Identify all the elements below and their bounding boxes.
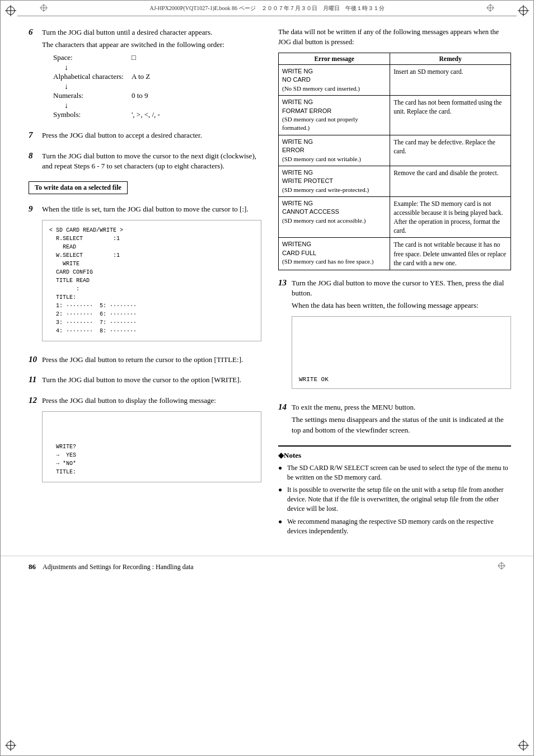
- step-14-para2: The settings menu disappears and the sta…: [292, 415, 511, 435]
- char-value-space: □: [132, 53, 136, 62]
- error-cell: WRITE NGCANNOT ACCCESS(SD memory card no…: [279, 197, 390, 238]
- char-row-space: Space: □: [53, 53, 261, 62]
- reg-mark-tr: [518, 5, 529, 16]
- arrow-num: ↓: [64, 101, 261, 110]
- error-cell: WRITE NGNO CARD(No SD memory card insert…: [279, 65, 390, 96]
- note-text-2: It is possible to overwrite the setup fi…: [287, 485, 511, 513]
- step-13: 13 Turn the JOG dial button to move the …: [278, 278, 511, 395]
- page: AJ-HPX2000P(VQT1027-1)E.book 86 ページ ２００７…: [0, 0, 534, 756]
- char-list: Space: □ ↓ Alphabetical characters: A to…: [53, 53, 261, 119]
- note-bullet-3: ●: [278, 517, 285, 536]
- reg-mark-bl: [5, 740, 16, 751]
- header-text: AJ-HPX2000P(VQT1027-1)E.book 86 ページ ２００７…: [149, 4, 384, 12]
- table-row: WRITE NGCANNOT ACCCESS(SD memory card no…: [279, 197, 511, 238]
- step-12-content: Press the JOG dial button to display the…: [42, 396, 261, 488]
- arrow-space: ↓: [64, 63, 261, 72]
- reg-cross-footer: [498, 562, 505, 572]
- step-10: 10 Press the JOG dial button to return t…: [29, 355, 261, 367]
- error-cell: WRITE NGWRITE PROTECT(SD memory card wri…: [279, 166, 390, 196]
- note-item-1: ● The SD CARD R/W SELECT screen can be u…: [278, 463, 511, 482]
- char-label-num: Numerals:: [53, 91, 126, 100]
- reg-mark-tl: [5, 5, 16, 16]
- left-column: 6 Turn the JOG dial button until a desir…: [29, 27, 261, 539]
- error-cell: WRITE NGFORMAT ERROR(SD memory card not …: [279, 96, 390, 135]
- table-row: WRITE NGNO CARD(No SD memory card insert…: [279, 65, 511, 96]
- char-value-alpha: A to Z: [132, 72, 150, 81]
- note-bullet-1: ●: [278, 463, 285, 482]
- step-6-number: 6: [29, 27, 39, 123]
- main-content: 6 Turn the JOG dial button until a desir…: [1, 16, 533, 550]
- step-10-text: Press the JOG dial button to return the …: [42, 355, 261, 365]
- char-row-sym: Symbols: ', >, <, /, -: [53, 110, 261, 119]
- step-14-number: 14: [278, 402, 288, 438]
- footer: 86 Adjustments and Settings for Recordin…: [1, 556, 533, 577]
- table-row: WRITENGCARD FULL(SD memory card has no f…: [279, 238, 511, 270]
- note-text-1: The SD CARD R/W SELECT screen can be use…: [287, 463, 511, 482]
- box-label: To write data on a selected file: [29, 181, 128, 194]
- step-11: 11 Turn the JOG dial button to move the …: [29, 375, 261, 387]
- step-7-text: Press the JOG dial button to accept a de…: [42, 130, 261, 140]
- step-12: 12 Press the JOG dial button to display …: [29, 396, 261, 488]
- error-cell: WRITENGCARD FULL(SD memory card has no f…: [279, 238, 390, 270]
- step-8-content: Turn the JOG dial button to move the cur…: [42, 151, 261, 173]
- char-row-alpha: Alphabetical characters: A to Z: [53, 72, 261, 81]
- right-column: The data will not be written if any of t…: [278, 27, 511, 539]
- intro-text: The data will not be written if any of t…: [278, 27, 511, 47]
- step-10-number: 10: [29, 355, 39, 367]
- notes-section: ◆Notes ● The SD CARD R/W SELECT screen c…: [278, 445, 511, 536]
- step-11-text: Turn the JOG dial button to move the cur…: [42, 375, 261, 385]
- step-13-screen: WRITE OK: [292, 316, 511, 389]
- error-table: Error message Remedy WRITE NGNO CARD(No …: [278, 53, 511, 270]
- step-11-number: 11: [29, 375, 39, 387]
- step-6-content: Turn the JOG dial button until a desired…: [42, 27, 261, 123]
- step-6-para2: The characters that appear are switched …: [42, 40, 261, 50]
- step-12-text: Press the JOG dial button to display the…: [42, 396, 261, 406]
- char-label-sym: Symbols:: [53, 110, 126, 119]
- footer-text: Adjustments and Settings for Recording :…: [43, 563, 194, 571]
- char-label-alpha: Alphabetical characters:: [53, 72, 126, 81]
- remedy-cell: Insert an SD memory card.: [390, 65, 511, 96]
- char-value-num: 0 to 9: [132, 91, 148, 100]
- box-label-container: To write data on a selected file: [29, 181, 261, 200]
- step-13-para2: When the data has been written, the foll…: [292, 300, 511, 311]
- table-row: WRITE NGWRITE PROTECT(SD memory card wri…: [279, 166, 511, 196]
- step-10-content: Press the JOG dial button to return the …: [42, 355, 261, 367]
- char-label-space: Space:: [53, 53, 126, 62]
- note-text-3: We recommend managing the respective SD …: [287, 517, 511, 536]
- remedy-cell: Example: The SD memory card is not acces…: [390, 197, 511, 238]
- remedy-cell: The card may be defective. Replace the c…: [390, 135, 511, 166]
- remedy-cell: The card has not been formatted using th…: [390, 96, 511, 135]
- char-row-num: Numerals: 0 to 9: [53, 91, 261, 100]
- step-12-screen: WRITE? → YES → *NO* TITLE:: [42, 411, 261, 482]
- step-7-number: 7: [29, 130, 39, 143]
- step-14-content: To exit the menu, press the MENU button.…: [292, 402, 511, 438]
- step-12-number: 12: [29, 396, 39, 488]
- error-cell: WRITE NGERROR(SD memory card not writabl…: [279, 135, 390, 166]
- note-bullet-2: ●: [278, 485, 285, 513]
- step-13-number: 13: [278, 278, 288, 395]
- step-6-para1: Turn the JOG dial button until a desired…: [42, 27, 261, 37]
- step-14: 14 To exit the menu, press the MENU butt…: [278, 402, 511, 438]
- table-header-remedy: Remedy: [390, 53, 511, 65]
- step-9-screen: < SD CARD READ/WRITE > R.SELECT :1 READ …: [42, 220, 261, 341]
- reg-cross-left: [40, 4, 48, 13]
- step-8-number: 8: [29, 151, 39, 173]
- step-9-content: When the title is set, turn the JOG dial…: [42, 204, 261, 347]
- step-9-text: When the title is set, turn the JOG dial…: [42, 204, 261, 214]
- step-9: 9 When the title is set, turn the JOG di…: [29, 204, 261, 347]
- reg-cross-right: [486, 4, 494, 13]
- note-item-2: ● It is possible to overwrite the setup …: [278, 485, 511, 513]
- page-number: 86: [29, 562, 36, 571]
- step-8-text: Turn the JOG dial button to move the cur…: [42, 151, 261, 171]
- step-9-number: 9: [29, 204, 39, 347]
- table-row: WRITE NGFORMAT ERROR(SD memory card not …: [279, 96, 511, 135]
- step-13-content: Turn the JOG dial button to move the cur…: [292, 278, 511, 395]
- step-14-para1: To exit the menu, press the MENU button.: [292, 402, 511, 412]
- notes-title: ◆Notes: [278, 451, 511, 460]
- step-13-para1: Turn the JOG dial button to move the cur…: [292, 278, 511, 298]
- step-7-content: Press the JOG dial button to accept a de…: [42, 130, 261, 143]
- step-6: 6 Turn the JOG dial button until a desir…: [29, 27, 261, 123]
- note-item-3: ● We recommend managing the respective S…: [278, 517, 511, 536]
- reg-mark-br: [518, 740, 529, 751]
- table-row: WRITE NGERROR(SD memory card not writabl…: [279, 135, 511, 166]
